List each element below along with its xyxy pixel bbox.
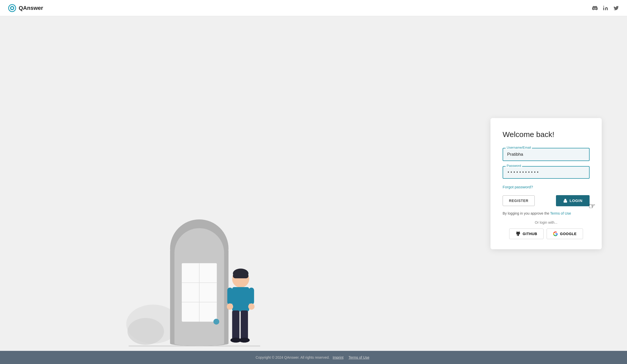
svg-rect-28 xyxy=(564,200,567,202)
google-login-button[interactable]: GOOGLE xyxy=(547,229,583,239)
header-icons xyxy=(592,5,619,11)
forgot-password-link[interactable]: Forgot password? xyxy=(503,185,533,189)
social-buttons: GITHUB GOOGLE xyxy=(503,229,590,239)
svg-point-27 xyxy=(239,338,250,343)
username-field-wrapper: Username/Email xyxy=(503,148,590,161)
terms-of-use-link[interactable]: Terms of Use xyxy=(550,211,571,215)
main-content: Welcome back! Username/Email Password Fo… xyxy=(0,16,627,351)
google-button-label: GOOGLE xyxy=(560,232,577,236)
password-label: Password xyxy=(506,164,522,168)
svg-point-2 xyxy=(11,7,13,9)
svg-point-15 xyxy=(213,319,219,325)
login-button-label: LOGIN xyxy=(570,198,583,203)
login-illustration xyxy=(121,219,268,351)
github-button-label: GITHUB xyxy=(523,232,537,236)
logo-area: QAnswer xyxy=(8,4,43,12)
svg-rect-18 xyxy=(233,274,249,278)
footer: Copyright © 2024 QAnswer. All rights res… xyxy=(0,351,627,364)
password-field-wrapper: Password xyxy=(503,166,590,179)
login-button[interactable]: LOGIN xyxy=(556,195,590,206)
lock-icon xyxy=(563,198,568,203)
discord-icon[interactable] xyxy=(592,5,598,11)
terms-prefix: By logging in you approve the xyxy=(503,211,550,215)
svg-rect-19 xyxy=(232,287,249,311)
register-button[interactable]: REGISTER xyxy=(503,195,535,206)
svg-point-6 xyxy=(127,318,164,345)
or-login-text: Or login with... xyxy=(503,220,590,224)
username-input[interactable] xyxy=(503,148,590,161)
username-label: Username/Email xyxy=(506,146,532,149)
buttons-row: REGISTER LOGIN ☞ xyxy=(503,195,590,206)
illustration-area xyxy=(0,16,389,351)
terms-approval-text: By logging in you approve the Terms of U… xyxy=(503,211,590,215)
logo-text: QAnswer xyxy=(19,5,43,11)
svg-point-23 xyxy=(248,303,255,310)
svg-rect-20 xyxy=(227,288,233,305)
github-icon xyxy=(516,231,521,236)
password-input[interactable] xyxy=(503,166,590,179)
welcome-title: Welcome back! xyxy=(503,130,590,139)
copyright-text: Copyright © 2024 QAnswer. All rights res… xyxy=(256,355,330,359)
header: QAnswer xyxy=(0,0,627,16)
google-icon xyxy=(553,231,558,236)
svg-point-3 xyxy=(603,6,604,7)
github-login-button[interactable]: GITHUB xyxy=(509,229,544,239)
qanswer-logo-icon xyxy=(8,4,16,12)
svg-rect-22 xyxy=(249,288,254,305)
svg-point-21 xyxy=(227,303,233,310)
twitter-icon[interactable] xyxy=(613,5,619,11)
linkedin-icon[interactable] xyxy=(603,5,608,11)
imprint-link[interactable]: Imprint xyxy=(333,355,344,359)
terms-of-use-footer-link[interactable]: Terms of Use xyxy=(348,355,369,359)
svg-rect-25 xyxy=(241,310,248,340)
login-card: Welcome back! Username/Email Password Fo… xyxy=(490,118,602,249)
svg-rect-24 xyxy=(232,310,239,340)
